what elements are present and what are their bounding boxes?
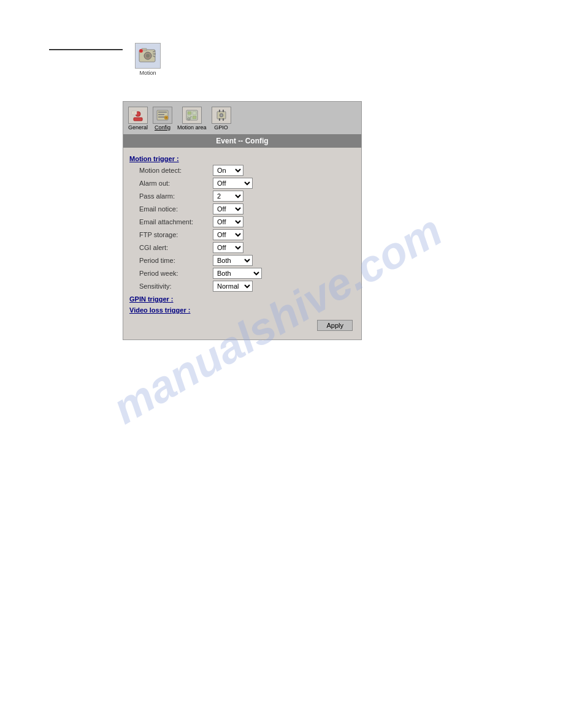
top-section: Motion [49,43,161,76]
motion-icon-label: Motion [139,70,156,76]
email-notice-row: Email notice: Off On [129,203,355,214]
alarm-out-row: Alarm out: Off On [129,178,355,189]
video-loss-trigger-header[interactable]: Video loss trigger : [129,306,355,314]
svg-point-19 [166,117,167,119]
email-attachment-row: Email attachment: Off On [129,216,355,227]
email-attachment-label: Email attachment: [139,218,213,226]
motion-detect-label: Motion detect: [139,167,213,174]
period-week-label: Period week: [139,270,213,277]
pass-alarm-select[interactable]: 1 2 3 4 5 [213,191,243,202]
motion-icon-container: Motion [135,43,161,76]
svg-rect-21 [188,112,191,115]
svg-rect-10 [134,118,142,121]
sensitivity-label: Sensitivity: [139,282,213,290]
toolbar-btn-general[interactable]: General [127,105,149,132]
sensitivity-select[interactable]: Low Normal High [213,281,253,292]
svg-rect-31 [223,118,224,121]
cgi-alert-select[interactable]: Off On [213,242,243,253]
pass-alarm-label: Pass alarm: [139,192,213,200]
toolbar-btn-gpio[interactable]: GPIO [210,105,232,132]
ftp-storage-select[interactable]: Off On [213,229,243,240]
motion-icon-box[interactable] [135,43,161,69]
toolbar-config-label: Config [155,124,170,131]
motion-detect-select[interactable]: On Off [213,165,243,176]
apply-button[interactable]: Apply [317,320,353,331]
pass-alarm-row: Pass alarm: 1 2 3 4 5 [129,191,355,202]
email-notice-select[interactable]: Off On [213,203,243,214]
svg-rect-29 [223,110,224,112]
svg-rect-28 [219,110,220,112]
svg-rect-24 [193,116,196,119]
underline-bar [49,49,123,50]
motion-area-icon [182,107,202,124]
apply-row: Apply [129,316,355,333]
svg-point-33 [220,115,222,116]
gpio-icon-svg [215,109,228,121]
panel-title-bar: Event -- Config [123,134,361,148]
svg-rect-11 [132,111,137,115]
toolbar-btn-config[interactable]: Config [151,105,174,132]
alarm-out-select[interactable]: Off On [213,178,253,189]
motion-trigger-header[interactable]: Motion trigger : [129,155,355,162]
email-attachment-select[interactable]: Off On [213,216,243,227]
panel-content: Motion trigger : Motion detect: On Off A… [123,148,361,339]
period-time-row: Period time: Both Day Night [129,255,355,266]
cgi-alert-label: CGI alert: [139,244,213,251]
toolbar-motion-area-label: Motion area [177,124,207,131]
period-time-label: Period time: [139,257,213,264]
general-icon-svg [131,109,145,121]
config-icon-svg [156,109,169,121]
email-notice-label: Email notice: [139,205,213,213]
toolbar-btn-motion-area[interactable]: Motion area [176,105,208,132]
svg-point-3 [146,54,150,58]
gpio-icon [212,107,231,124]
svg-rect-16 [158,114,164,115]
svg-rect-5 [140,50,142,52]
config-icon [153,107,172,124]
general-icon [128,107,148,124]
period-week-select[interactable]: Both Weekday Weekend [213,268,262,279]
sensitivity-row: Sensitivity: Low Normal High [129,281,355,292]
toolbar-general-label: General [128,124,148,131]
toolbar-row: General Config [123,102,361,132]
main-panel: General Config [123,101,362,340]
svg-rect-30 [219,118,220,121]
period-week-row: Period week: Both Weekday Weekend [129,268,355,279]
gpin-trigger-header[interactable]: GPIN trigger : [129,295,355,303]
ftp-storage-row: FTP storage: Off On [129,229,355,240]
cgi-alert-row: CGI alert: Off On [129,242,355,253]
svg-rect-23 [188,116,191,119]
svg-rect-15 [158,112,167,113]
motion-detect-row: Motion detect: On Off [129,165,355,176]
motion-icon-svg [138,46,158,66]
svg-rect-22 [193,112,196,115]
motion-area-icon-svg [185,109,199,121]
period-time-select[interactable]: Both Day Night [213,255,253,266]
ftp-storage-label: FTP storage: [139,231,213,238]
alarm-out-label: Alarm out: [139,180,213,187]
toolbar-gpio-label: GPIO [214,124,228,131]
